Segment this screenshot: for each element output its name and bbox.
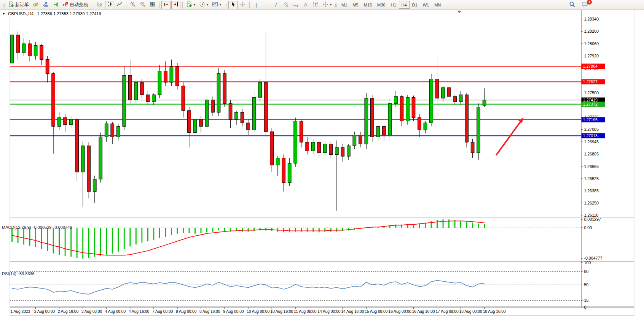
candle-up	[116, 126, 120, 137]
candle-up	[477, 107, 480, 153]
text-label-tool-button[interactable]: T	[311, 1, 320, 9]
timeframe-d1[interactable]: D1	[410, 1, 420, 9]
timeframe-h4[interactable]: H4	[399, 1, 410, 9]
trendline-tool-button[interactable]: /	[271, 1, 281, 9]
timeframe-h1[interactable]: H1	[388, 1, 399, 9]
toolbar-grip[interactable]	[91, 2, 93, 8]
vertical-line-icon: |	[253, 2, 259, 8]
chart-canvas[interactable]: 1.283401.282001.280601.279201.277801.275…	[0, 10, 644, 325]
templates-button[interactable]: ▾	[210, 1, 223, 9]
rsi-pane-splitter[interactable]	[0, 268, 644, 270]
candle-down	[140, 82, 143, 95]
candle-up	[193, 119, 197, 133]
zoom-in-button[interactable]	[128, 1, 137, 9]
time-axis-label: 3 Aug 08:00	[81, 309, 102, 314]
price-axis-label: 1.26945	[584, 140, 599, 144]
timeframe-w1[interactable]: W1	[420, 1, 432, 9]
candle-up	[353, 135, 356, 146]
window-menu-marker[interactable]: ▼	[2, 12, 5, 16]
time-axis-label: 7 Aug 08:00	[152, 309, 173, 314]
chevron-down-icon[interactable]: ▾	[330, 3, 332, 6]
timeframe-mn[interactable]: MN	[432, 1, 443, 9]
trend-arrow-annotation[interactable]	[496, 122, 521, 155]
chart-title: ▼ GBPUSD-,H4 1.27359 1.27553 1.27339 1.2…	[2, 11, 101, 16]
add-indicator-button[interactable]: ▾	[185, 1, 197, 9]
zoom-out-button[interactable]	[138, 1, 147, 9]
candle-down	[64, 117, 67, 125]
toolbar-grip[interactable]	[335, 2, 337, 8]
rsi-axis-label: 15	[584, 298, 588, 303]
new-order-button[interactable]: 新订单	[6, 1, 30, 9]
grid-tool-button[interactable]: F	[291, 1, 300, 9]
trend-arrow-head[interactable]	[518, 117, 524, 123]
template-icon	[212, 1, 218, 8]
notifications-button[interactable]: 1	[580, 1, 590, 9]
time-axis-label: 9 Aug 08:00	[223, 309, 244, 314]
svg-text:T: T	[315, 3, 317, 6]
bar-chart-button[interactable]	[95, 1, 104, 9]
tile-windows-button[interactable]	[148, 1, 157, 9]
price-tag-label: 1.27195	[583, 117, 598, 122]
price-axis-label: 1.27085	[584, 127, 599, 132]
text-tool-button[interactable]: A	[301, 1, 310, 9]
candle-up	[99, 137, 102, 179]
chart-window[interactable]: 1.283401.282001.280601.279201.277801.275…	[0, 10, 644, 325]
candle-up	[311, 142, 315, 151]
line-chart-icon	[116, 1, 123, 8]
main-toolbar: 新订单 自动交易 ▾ ▾	[0, 0, 644, 10]
chevron-down-icon[interactable]: ▾	[220, 3, 221, 6]
profile-button[interactable]	[41, 1, 50, 9]
candlestick-chart-button[interactable]	[105, 1, 114, 9]
auto-scroll-button[interactable]	[161, 1, 171, 9]
toolbar-grip[interactable]	[3, 2, 5, 8]
time-axis-label: 2 Aug 16:00	[58, 309, 79, 314]
time-axis-splitter[interactable]	[0, 315, 644, 317]
time-axis-label: 16 Aug 16:00	[412, 309, 435, 314]
fibonacci-tool-button[interactable]: E	[281, 1, 290, 9]
signal-button[interactable]	[51, 1, 60, 9]
price-axis-label: 1.28060	[584, 41, 599, 46]
candlestick-chart-icon	[107, 1, 113, 8]
toolbar-grip[interactable]	[225, 2, 226, 8]
candle-up	[442, 88, 445, 98]
crosshair-tool-button[interactable]	[238, 1, 247, 9]
periods-button[interactable]: ▾	[198, 1, 210, 9]
horizontal-line-tool-button[interactable]: —	[261, 1, 271, 9]
cursor-tool-button[interactable]	[228, 1, 238, 9]
macd-axis-label: 0.001297	[584, 217, 601, 222]
timeframe-m1[interactable]: M1	[339, 1, 350, 9]
macd-pane-splitter[interactable]	[0, 222, 644, 223]
candle-down	[223, 74, 226, 104]
new-order-icon	[8, 1, 14, 8]
price-axis-label: 1.26250	[584, 201, 599, 205]
chart-shift-button[interactable]	[171, 1, 180, 9]
time-axis-label: 16 Aug 00:00	[389, 309, 411, 314]
timeframe-bar: M1M5M15M30H1H4D1W1MN	[339, 1, 443, 9]
search-button[interactable]	[567, 1, 577, 9]
auto-scroll-icon	[163, 1, 169, 8]
arrows-tool-button[interactable]: ▾	[321, 1, 333, 9]
time-axis-label: 8 Aug 00:00	[176, 309, 197, 314]
line-chart-button[interactable]	[115, 1, 124, 9]
candle-down	[176, 67, 179, 86]
vertical-line-tool-button[interactable]: |	[252, 1, 261, 9]
candle-down	[87, 146, 91, 191]
candle-down	[300, 121, 303, 143]
timeframe-m15[interactable]: M15	[361, 1, 375, 9]
chart-shift-marker[interactable]	[457, 11, 462, 13]
timeframe-m30[interactable]: M30	[375, 1, 388, 9]
candle-down	[371, 98, 374, 137]
candle-down	[329, 144, 333, 155]
candle-up	[459, 95, 462, 102]
eraser-button[interactable]	[31, 1, 40, 9]
auto-trading-button[interactable]: 自动交易	[61, 1, 89, 9]
chevron-down-icon[interactable]: ▾	[194, 3, 195, 6]
rsi-axis-label: 0	[584, 305, 586, 309]
candle-up	[394, 97, 398, 104]
price-tag-label: 1.27627	[583, 79, 598, 84]
timeframe-m5[interactable]: M5	[350, 1, 361, 9]
rsi-axis-label: 80	[584, 269, 588, 274]
candle-down	[383, 126, 386, 135]
chevron-down-icon[interactable]: ▾	[207, 3, 208, 6]
candle-down	[465, 95, 469, 142]
